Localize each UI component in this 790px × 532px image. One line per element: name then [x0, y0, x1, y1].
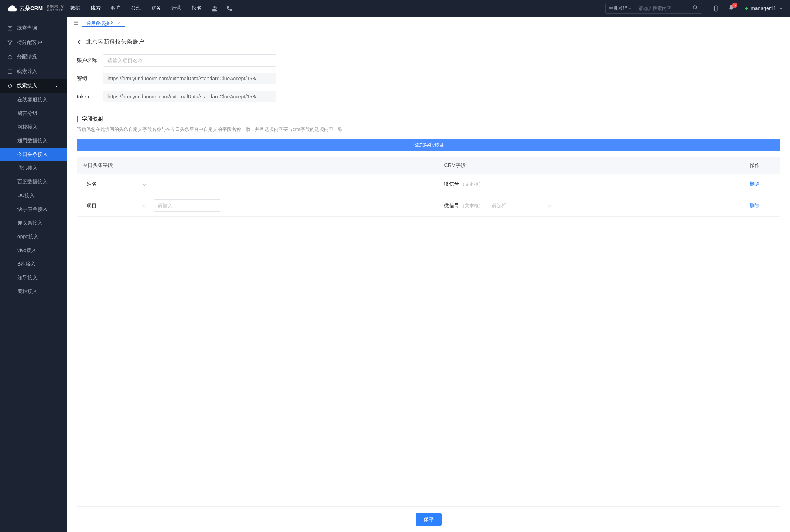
- crm-field-label: 微信号（文本框）: [444, 181, 483, 187]
- sidebar-item[interactable]: 线索导入: [0, 64, 67, 79]
- footer-actions: 保存: [77, 506, 780, 532]
- upload-icon: [7, 69, 13, 74]
- search-icon: [693, 5, 698, 10]
- svg-point-0: [214, 6, 216, 8]
- user-plus-icon[interactable]: [212, 5, 218, 12]
- pie-icon: [7, 54, 13, 60]
- crm-field-select[interactable]: 请选择: [488, 200, 554, 212]
- delete-row-button[interactable]: 删除: [750, 203, 760, 208]
- user-name: manager11: [751, 5, 776, 11]
- toutiao-field-name-input[interactable]: [154, 199, 220, 212]
- sidebar-sub-item[interactable]: UC接入: [0, 189, 67, 203]
- sidebar-sub-item[interactable]: B站接入: [0, 257, 67, 271]
- toutiao-field-select[interactable]: 项目: [83, 200, 149, 212]
- top-nav-item[interactable]: 数据: [70, 4, 80, 13]
- top-nav-item[interactable]: 财务: [151, 4, 161, 13]
- user-menu[interactable]: manager11: [745, 5, 783, 11]
- save-button[interactable]: 保存: [416, 513, 442, 526]
- token-label: token: [77, 94, 103, 99]
- filter-icon: [7, 40, 13, 45]
- sidebar-sub-item[interactable]: 美柚接入: [0, 285, 67, 298]
- logo-subtitle: 教育机构一站式服务云平台: [44, 5, 64, 12]
- key-input[interactable]: [103, 72, 276, 85]
- mapping-table: 今日头条字段 CRM字段 操作 姓名微信号（文本框）删除项目微信号（文本框） 请…: [77, 157, 780, 217]
- sidebar-item[interactable]: 分配情况: [0, 50, 67, 64]
- top-nav-item[interactable]: 公海: [131, 4, 141, 13]
- mapping-row: 项目微信号（文本框） 请选择删除: [77, 195, 780, 217]
- tabs-collapse-toggle[interactable]: [70, 20, 82, 26]
- doc-icon: [7, 26, 13, 31]
- mobile-icon[interactable]: [713, 5, 719, 12]
- search-type-select[interactable]: 手机号码: [606, 3, 635, 13]
- search-box: 手机号码: [605, 3, 702, 14]
- caret-down-icon: [629, 7, 632, 10]
- notification-badge: 5: [732, 3, 737, 8]
- sidebar-sub-item[interactable]: 今日头条接入: [0, 148, 67, 161]
- top-nav-item[interactable]: 客户: [111, 4, 121, 13]
- crm-field-label: 微信号（文本框）: [444, 203, 483, 209]
- sidebar-item[interactable]: 线索查询: [0, 21, 67, 35]
- delete-row-button[interactable]: 删除: [750, 181, 760, 187]
- top-nav-icons: [212, 5, 233, 12]
- top-nav: 数据线索客户公海财务运营报名: [70, 4, 202, 13]
- col-toutiao-field: 今日头条字段: [77, 157, 438, 174]
- tab-close-button[interactable]: [117, 21, 120, 26]
- top-header: 云朵CRM 教育机构一站式服务云平台 数据线索客户公海财务运营报名 手机号码 5…: [0, 0, 790, 17]
- logo-brand: 云朵CRM: [19, 5, 43, 12]
- notifications[interactable]: 5: [728, 5, 734, 12]
- sidebar-item-expanded[interactable]: 线索接入: [0, 79, 67, 93]
- svg-point-1: [693, 6, 697, 9]
- sidebar-item[interactable]: 待分配客户: [0, 35, 67, 50]
- sidebar-sub-item[interactable]: oppo接入: [0, 230, 67, 244]
- main-content: 通用数据接入 北京昱新科技头条账户 账户名称 密钥 token 字段映射: [67, 17, 790, 532]
- logo-area: 云朵CRM 教育机构一站式服务云平台: [7, 3, 67, 13]
- sidebar-sub-item[interactable]: 知乎接入: [0, 271, 67, 285]
- status-dot-icon: [745, 7, 748, 10]
- add-mapping-button[interactable]: +添加字段映射: [77, 139, 780, 151]
- phone-icon[interactable]: [226, 5, 233, 12]
- sidebar-sub-item[interactable]: vivo接入: [0, 244, 67, 257]
- mapping-row: 姓名微信号（文本框）删除: [77, 174, 780, 195]
- page-title: 北京昱新科技头条账户: [86, 38, 144, 46]
- sidebar-sub-item[interactable]: 网校接入: [0, 120, 67, 134]
- chevron-up-icon: [56, 84, 60, 88]
- account-name-label: 账户名称: [77, 57, 103, 64]
- top-nav-item[interactable]: 线索: [91, 4, 101, 13]
- sidebar-sub-item[interactable]: 百度数据接入: [0, 175, 67, 189]
- account-name-input[interactable]: [103, 54, 276, 67]
- sidebar-sub-item[interactable]: 快手表单接入: [0, 203, 67, 216]
- tabs-bar: 通用数据接入: [67, 17, 790, 30]
- sidebar-sub-item[interactable]: 留言分组: [0, 107, 67, 120]
- caret-down-icon: [779, 6, 783, 10]
- breadcrumb-back[interactable]: 北京昱新科技头条账户: [77, 38, 780, 46]
- toutiao-field-select[interactable]: 姓名: [83, 178, 149, 190]
- col-action: 操作: [744, 157, 780, 174]
- menu-collapse-icon: [73, 20, 78, 25]
- sidebar-sub-item[interactable]: 在线客服接入: [0, 93, 67, 107]
- col-crm-field: CRM字段: [438, 157, 744, 174]
- top-nav-item[interactable]: 运营: [171, 4, 181, 13]
- mapping-hint: 请确保您在此填写的头条自定义字段名称与在今日头条平台中自定义的字段名称一致，并且…: [77, 126, 780, 133]
- header-right-icons: 5: [713, 5, 734, 12]
- mapping-section-title: 字段映射: [77, 116, 780, 123]
- sidebar-sub-item[interactable]: 趣头条接入: [0, 216, 67, 230]
- top-nav-item[interactable]: 报名: [192, 4, 202, 13]
- token-input[interactable]: [103, 90, 276, 103]
- sidebar-sub-item[interactable]: 腾讯接入: [0, 161, 67, 175]
- chevron-left-icon: [77, 39, 83, 45]
- content-tab[interactable]: 通用数据接入: [82, 20, 125, 27]
- svg-point-3: [716, 10, 716, 10]
- search-button[interactable]: [689, 3, 702, 13]
- plug-icon: [7, 83, 13, 89]
- close-icon: [117, 22, 120, 25]
- sidebar: 线索查询待分配客户分配情况线索导入线索接入在线客服接入留言分组网校接入通用数据接…: [0, 17, 67, 532]
- key-label: 密钥: [77, 75, 103, 82]
- sidebar-sub-item[interactable]: 通用数据接入: [0, 134, 67, 148]
- search-input[interactable]: [635, 3, 689, 13]
- logo-cloud-icon: [7, 3, 17, 13]
